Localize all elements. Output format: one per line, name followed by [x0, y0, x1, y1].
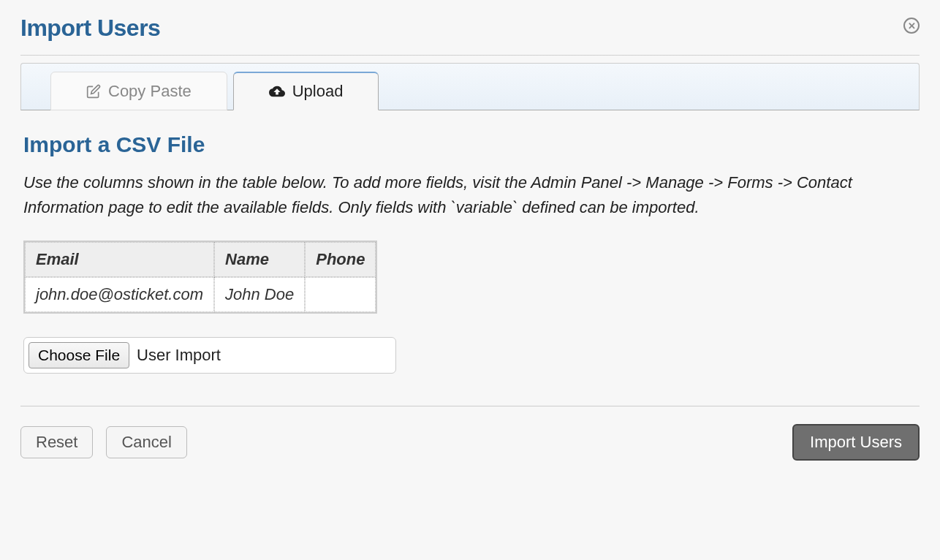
footer-separator [20, 406, 920, 406]
cloud-upload-icon [269, 83, 285, 99]
cell-phone [305, 277, 376, 312]
cell-name: John Doe [214, 277, 305, 312]
sample-table: Email Name Phone john.doe@osticket.com J… [23, 241, 377, 314]
edit-icon [86, 84, 101, 99]
content-area: Import a CSV File Use the columns shown … [20, 110, 920, 381]
table-row: john.doe@osticket.com John Doe [25, 277, 376, 312]
selected-file-name: User Import [137, 346, 221, 365]
cancel-button[interactable]: Cancel [106, 426, 186, 458]
cell-email: john.doe@osticket.com [25, 277, 214, 312]
footer: Reset Cancel Import Users [20, 424, 920, 461]
tab-copy-paste-label: Copy Paste [108, 82, 192, 101]
import-users-button[interactable]: Import Users [792, 424, 920, 461]
close-icon: ✕ [908, 20, 916, 31]
choose-file-button[interactable]: Choose File [29, 342, 129, 368]
reset-button[interactable]: Reset [20, 426, 93, 458]
file-input[interactable]: Choose File User Import [23, 337, 396, 374]
tab-upload-label: Upload [292, 82, 344, 101]
modal-title: Import Users [20, 15, 160, 42]
column-header-email: Email [25, 242, 214, 277]
table-header-row: Email Name Phone [25, 242, 376, 277]
content-heading: Import a CSV File [23, 132, 917, 157]
close-button[interactable]: ✕ [903, 18, 920, 34]
tab-copy-paste[interactable]: Copy Paste [50, 72, 227, 110]
column-header-name: Name [214, 242, 305, 277]
header-separator [20, 55, 920, 56]
column-header-phone: Phone [305, 242, 376, 277]
tab-upload[interactable]: Upload [233, 72, 379, 110]
tab-bar: Copy Paste Upload [20, 63, 920, 110]
content-description: Use the columns shown in the table below… [23, 170, 917, 220]
